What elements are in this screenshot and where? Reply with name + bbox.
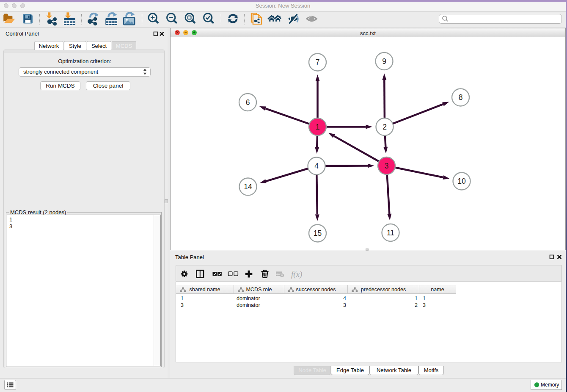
svg-text:f(x): f(x) — [291, 270, 302, 279]
